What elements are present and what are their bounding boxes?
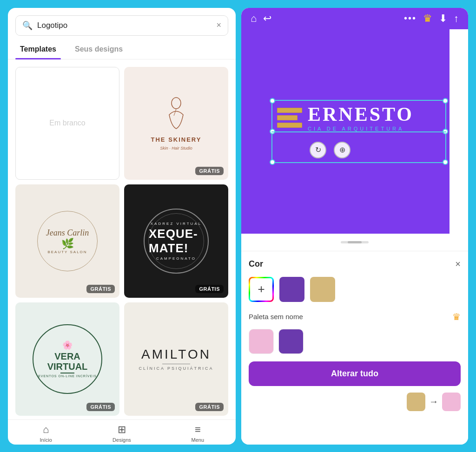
amilton-badge: GRÁTIS bbox=[195, 403, 224, 411]
palette-row: Paleta sem nome ♛ bbox=[249, 311, 461, 322]
swap-arrow-icon: → bbox=[429, 396, 438, 407]
canvas-logo-name: ERNESTO bbox=[308, 105, 414, 124]
main-container: 🔍 × Templates Seus designs Em branco T bbox=[8, 8, 468, 445]
right-panel: ⌂ ↩ ••• ♛ ⬇ ↑ bbox=[241, 8, 468, 445]
nav-designs-label: Designs bbox=[112, 437, 131, 443]
search-bar: 🔍 × bbox=[15, 15, 228, 36]
xeque-bottom-label: CAMPEONATO bbox=[156, 256, 196, 261]
toolbar-left: ⌂ ↩ bbox=[251, 13, 271, 25]
skinery-badge: GRÁTIS bbox=[195, 167, 224, 175]
color-panel-close-button[interactable]: × bbox=[455, 259, 461, 269]
nav-menu-label: Menu bbox=[192, 437, 205, 443]
jeans-badge: GRÁTIS bbox=[86, 285, 115, 293]
swatch-purple[interactable] bbox=[279, 277, 304, 302]
vera-badge: GRÁTIS bbox=[86, 403, 115, 411]
designs-icon: ⊞ bbox=[118, 424, 126, 436]
color-panel: Cor × + Paleta sem nome ♛ Alterar tudo → bbox=[241, 251, 468, 445]
palette-crown-icon: ♛ bbox=[452, 311, 461, 322]
canvas-move-button[interactable]: ⊕ bbox=[334, 142, 350, 158]
toolbar-crown-icon[interactable]: ♛ bbox=[423, 13, 432, 25]
template-card-amilton[interactable]: AMILTON CLÍNICA PSIQUIÁTRICA GRÁTIS bbox=[124, 302, 228, 416]
nav-designs[interactable]: ⊞ Designs bbox=[84, 424, 159, 443]
amilton-name: AMILTON bbox=[141, 347, 211, 362]
vera-divider bbox=[60, 373, 74, 373]
card-branco-label: Em branco bbox=[49, 119, 85, 127]
tabs-row: Templates Seus designs bbox=[8, 39, 236, 59]
vera-sub: EVENTOS ON-LINE INCRÍVEIS bbox=[38, 374, 97, 378]
canvas-rotate-button[interactable]: ↻ bbox=[310, 142, 326, 158]
search-icon: 🔍 bbox=[22, 20, 33, 31]
search-clear-button[interactable]: × bbox=[216, 20, 221, 30]
templates-grid: Em branco THE SKINERY Skin · Hair Studio… bbox=[8, 63, 236, 419]
xeque-badge: GRÁTIS bbox=[195, 285, 224, 293]
color-panel-title: Cor bbox=[249, 259, 263, 269]
skinery-figure-icon bbox=[162, 96, 190, 133]
toolbar-share-button[interactable]: ↑ bbox=[454, 13, 459, 25]
template-card-vera[interactable]: 🌸 VERAVIRTUAL EVENTOS ON-LINE INCRÍVEIS … bbox=[15, 302, 119, 416]
template-card-jeans[interactable]: Jeans Carlin 🌿 BEAUTY SALON GRÁTIS bbox=[15, 184, 119, 298]
svg-point-0 bbox=[172, 98, 181, 109]
bottom-nav: ⌂ Início ⊞ Designs ≡ Menu bbox=[8, 419, 236, 445]
toolbar: ⌂ ↩ ••• ♛ ⬇ ↑ bbox=[241, 8, 468, 29]
vera-logo: 🌸 VERAVIRTUAL EVENTOS ON-LINE INCRÍVEIS bbox=[33, 324, 102, 394]
swap-to-swatch bbox=[442, 393, 461, 411]
toolbar-home-button[interactable]: ⌂ bbox=[251, 13, 257, 25]
xeque-top-label: XADREZ VIRTUAL bbox=[151, 222, 202, 226]
toolbar-download-button[interactable]: ⬇ bbox=[439, 13, 447, 25]
jeans-sub: BEAUTY SALON bbox=[47, 250, 87, 254]
tab-seus-designs[interactable]: Seus designs bbox=[70, 39, 127, 59]
vera-name: VERAVIRTUAL bbox=[47, 351, 88, 372]
color-swatches: + bbox=[249, 277, 461, 302]
search-input[interactable] bbox=[37, 21, 212, 30]
template-card-xeque[interactable]: XADREZ VIRTUAL XEQUE-MATE! CAMPEONATO GR… bbox=[124, 184, 228, 298]
toolbar-more-button[interactable]: ••• bbox=[404, 13, 416, 24]
palette-label: Paleta sem nome bbox=[249, 313, 303, 321]
nav-inicio[interactable]: ⌂ Início bbox=[8, 424, 84, 443]
palette-swatch-pink[interactable] bbox=[249, 329, 274, 354]
template-card-skinery[interactable]: THE SKINERY Skin · Hair Studio GRÁTIS bbox=[124, 67, 228, 180]
left-panel: 🔍 × Templates Seus designs Em branco T bbox=[8, 8, 236, 445]
color-panel-header: Cor × bbox=[249, 259, 461, 269]
canvas-logo-subtitle: CIA DE ARQUITETURA bbox=[308, 126, 414, 131]
swap-row: → bbox=[249, 393, 461, 411]
toolbar-back-button[interactable]: ↩ bbox=[263, 13, 271, 25]
jeans-name: Jeans Carlin bbox=[46, 228, 89, 238]
home-icon: ⌂ bbox=[43, 424, 49, 436]
amilton-sub: CLÍNICA PSIQUIÁTRICA bbox=[139, 366, 213, 371]
canvas-scrollbar[interactable] bbox=[241, 234, 468, 251]
add-color-button[interactable]: + bbox=[249, 277, 274, 302]
canvas-area[interactable]: ERNESTO CIA DE ARQUITETURA ↻ ⊕ bbox=[241, 29, 450, 234]
alterar-tudo-button[interactable]: Alterar tudo bbox=[249, 361, 461, 386]
canvas-section: ERNESTO CIA DE ARQUITETURA ↻ ⊕ bbox=[241, 29, 468, 251]
swap-from-swatch bbox=[407, 393, 425, 411]
skinery-title: THE SKINERY bbox=[151, 136, 202, 143]
xeque-inner-circle: XADREZ VIRTUAL XEQUE-MATE! CAMPEONATO bbox=[148, 213, 204, 269]
template-card-branco[interactable]: Em branco bbox=[15, 67, 119, 180]
palette-swatch-purple[interactable] bbox=[278, 329, 304, 354]
toolbar-right: ••• ♛ ⬇ ↑ bbox=[404, 13, 459, 25]
xeque-title: XEQUE-MATE! bbox=[149, 227, 204, 255]
nav-menu[interactable]: ≡ Menu bbox=[160, 424, 236, 443]
jeans-logo: Jeans Carlin 🌿 BEAUTY SALON bbox=[37, 211, 98, 271]
swatch-tan[interactable] bbox=[310, 277, 335, 302]
amilton-divider bbox=[162, 364, 190, 364]
tab-templates[interactable]: Templates bbox=[15, 39, 61, 59]
palette-swatches bbox=[249, 329, 461, 354]
nav-inicio-label: Início bbox=[40, 437, 52, 443]
vera-lotus-icon: 🌸 bbox=[62, 340, 73, 350]
xeque-outer-circle: XADREZ VIRTUAL XEQUE-MATE! CAMPEONATO bbox=[144, 209, 209, 274]
menu-icon: ≡ bbox=[195, 424, 201, 436]
skinery-subtitle: Skin · Hair Studio bbox=[160, 146, 192, 151]
jeans-leaf-icon: 🌿 bbox=[61, 238, 74, 250]
